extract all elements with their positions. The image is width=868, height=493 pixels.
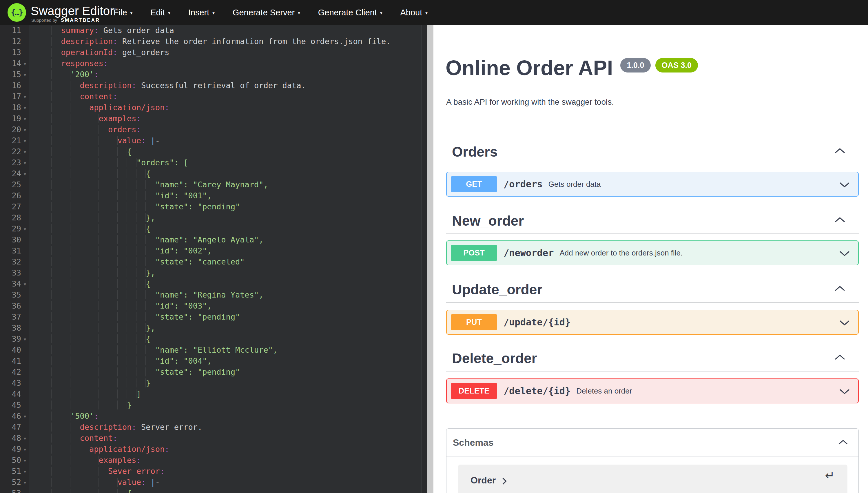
- line-number: 31: [0, 245, 29, 256]
- code-line: "state": "canceled": [29, 256, 245, 267]
- line-number: 43: [0, 378, 29, 389]
- schemas-title: Schemas: [453, 437, 494, 448]
- tag-heading-orders[interactable]: Orders: [452, 145, 498, 159]
- chevron-up-icon[interactable]: [835, 286, 845, 292]
- editor-gutter: 11121314▾15▾1617▾18▾19▾20▾21▾22▾23▾24▾25…: [0, 25, 29, 493]
- chevron-up-icon[interactable]: [835, 355, 845, 360]
- code-line: }: [29, 378, 151, 389]
- api-title-row: Online Order API 1.0.0 OAS 3.0: [446, 58, 698, 78]
- section-divider: [446, 233, 859, 234]
- code-line: description: Retrieve the order informat…: [29, 36, 391, 47]
- method-badge-get: GET: [451, 176, 497, 192]
- code-line: examples:: [29, 113, 141, 124]
- chevron-up-icon[interactable]: [835, 148, 845, 154]
- fold-toggle-icon[interactable]: ▾: [22, 136, 28, 147]
- code-line: {: [29, 168, 151, 179]
- chevron-down-icon[interactable]: [839, 389, 850, 394]
- tag-heading-new_order[interactable]: New_order: [452, 213, 524, 229]
- line-number: 47: [0, 422, 29, 433]
- menu-item-generate-client[interactable]: Generate Client▾: [318, 8, 383, 17]
- fold-toggle-icon[interactable]: ▾: [22, 466, 28, 477]
- code-line: description: Successful retrieval of ord…: [29, 80, 306, 91]
- opblock-post[interactable]: POST/neworderAdd new order to the orders…: [446, 240, 859, 265]
- operation-path: /update/{id}: [504, 317, 570, 328]
- fold-toggle-icon[interactable]: ▾: [22, 455, 28, 466]
- operation-summary: Add new order to the orders.json file.: [559, 249, 683, 258]
- code-line: summary: Gets order data: [29, 25, 174, 36]
- fold-toggle-icon[interactable]: ▾: [22, 433, 28, 444]
- line-number: 16: [0, 80, 29, 91]
- method-badge-delete: DELETE: [451, 383, 497, 399]
- tag-heading-update_order[interactable]: Update_order: [452, 282, 542, 297]
- fold-toggle-icon[interactable]: ▾: [22, 279, 28, 290]
- model-order-toggle[interactable]: Order: [471, 475, 507, 486]
- menu-item-about[interactable]: About▾: [400, 8, 427, 17]
- code-line: "name": "Regina Yates",: [29, 290, 264, 300]
- menu-item-file[interactable]: File▾: [114, 8, 132, 17]
- fold-toggle-icon[interactable]: ▾: [22, 224, 28, 235]
- chevron-down-icon[interactable]: [839, 182, 850, 188]
- line-number: 20▾: [0, 124, 29, 135]
- fold-toggle-icon[interactable]: ▾: [22, 59, 28, 70]
- chevron-up-icon[interactable]: [835, 217, 845, 223]
- editor-scrollbar[interactable]: [421, 25, 427, 493]
- line-number: 35: [0, 290, 29, 300]
- line-number: 36: [0, 300, 29, 312]
- section-divider: [446, 371, 859, 372]
- fold-toggle-icon[interactable]: ▾: [22, 488, 28, 493]
- fold-toggle-icon[interactable]: ▾: [22, 158, 28, 169]
- fold-toggle-icon[interactable]: ▾: [22, 444, 28, 455]
- fold-toggle-icon[interactable]: ▾: [22, 114, 28, 125]
- line-number: 51▾: [0, 466, 29, 477]
- line-number: 40: [0, 344, 29, 356]
- fold-toggle-icon[interactable]: ▾: [22, 169, 28, 180]
- code-line: orders:: [29, 124, 141, 135]
- fold-toggle-icon[interactable]: ▾: [22, 147, 28, 158]
- code-line: application/json:: [29, 444, 169, 455]
- code-line: "name": "Elliott Mcclure",: [29, 344, 278, 356]
- fold-toggle-icon[interactable]: ▾: [22, 334, 28, 345]
- menu-item-generate-server[interactable]: Generate Server▾: [233, 8, 300, 17]
- code-line: "id": "002",: [29, 245, 212, 256]
- line-number: 38: [0, 322, 29, 334]
- chevron-up-icon[interactable]: [838, 440, 848, 445]
- opblock-put[interactable]: PUT/update/{id}: [446, 310, 859, 335]
- section-divider: [446, 302, 859, 303]
- code-line: operationId: get_orders: [29, 47, 169, 58]
- line-number: 53▾: [0, 488, 29, 493]
- chevron-down-icon[interactable]: [839, 320, 850, 326]
- tag-heading-delete_order[interactable]: Delete_order: [452, 351, 537, 366]
- code-line: Sever error:: [29, 466, 164, 477]
- line-number: 33: [0, 267, 29, 278]
- fold-toggle-icon[interactable]: ▾: [22, 103, 28, 114]
- fold-toggle-icon[interactable]: ▾: [22, 92, 28, 103]
- opblock-delete[interactable]: DELETE/delete/{id}Deletes an order: [446, 379, 859, 403]
- code-line: ]: [29, 389, 141, 400]
- code-line: "orders": [: [29, 157, 188, 168]
- pane-splitter[interactable]: [427, 25, 433, 493]
- line-number: 11: [0, 25, 29, 36]
- swagger-logo-glyph: {…}: [7, 3, 26, 22]
- line-number: 30: [0, 234, 29, 245]
- schemas-header[interactable]: Schemas: [447, 429, 859, 456]
- line-number: 37: [0, 312, 29, 322]
- opblock-get[interactable]: GET/ordersGets order data: [446, 172, 859, 197]
- fold-toggle-icon[interactable]: ▾: [22, 70, 28, 81]
- return-arrow-icon[interactable]: ↵: [825, 469, 835, 482]
- fold-toggle-icon[interactable]: ▾: [22, 411, 28, 422]
- oas-badge: OAS 3.0: [655, 58, 698, 72]
- caret-down-icon: ▾: [380, 10, 383, 16]
- code-line: "id": "004",: [29, 356, 212, 367]
- fold-toggle-icon[interactable]: ▾: [22, 477, 28, 488]
- chevron-down-icon[interactable]: [839, 251, 850, 256]
- menu-item-edit[interactable]: Edit▾: [151, 8, 170, 17]
- caret-down-icon: ▾: [212, 10, 215, 16]
- line-number: 29▾: [0, 223, 29, 234]
- caret-down-icon: ▾: [168, 10, 170, 16]
- line-number: 45: [0, 400, 29, 411]
- menu-item-insert[interactable]: Insert▾: [188, 8, 215, 17]
- yaml-code-editor[interactable]: summary: Gets order data description: Re…: [0, 25, 427, 493]
- code-line: "name": "Carey Maynard",: [29, 179, 268, 190]
- code-line: }: [29, 400, 132, 411]
- fold-toggle-icon[interactable]: ▾: [22, 125, 28, 136]
